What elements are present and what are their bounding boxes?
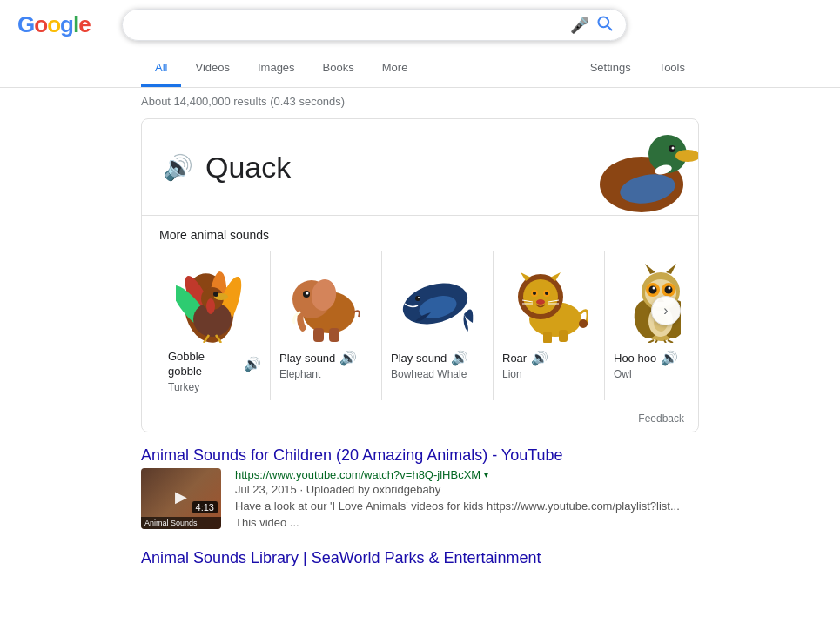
thumb-duration: 4:13 (192, 501, 218, 513)
knowledge-card: 🔊 Quack More animal sounds (141, 118, 699, 432)
svg-point-30 (415, 296, 420, 301)
owl-sound-btn[interactable]: 🔊 (661, 350, 678, 366)
search-bar: animal sounds 🎤 (122, 9, 627, 41)
owl-sound-label: Hoo hoo 🔊 (614, 350, 681, 366)
svg-rect-26 (313, 328, 324, 342)
whale-image (391, 258, 484, 345)
google-logo[interactable]: Google (17, 11, 104, 38)
svg-point-25 (306, 292, 308, 294)
turkey-sound-label: Gobble gobble 🔊 (168, 350, 261, 379)
lion-name: Lion (502, 368, 595, 380)
chevron-right-icon: › (663, 303, 668, 318)
mic-icon[interactable]: 🎤 (570, 16, 589, 35)
owl-sound-text: Hoo hoo (614, 352, 656, 365)
svg-point-60 (649, 285, 657, 293)
svg-line-66 (655, 340, 657, 343)
result-item-2: Animal Sounds Library | SeaWorld Parks &… (141, 549, 699, 567)
elephant-sound-btn[interactable]: 🔊 (339, 350, 357, 366)
thumb-play-icon: ▶ (175, 487, 187, 506)
sound-icon[interactable]: 🔊 (163, 153, 193, 182)
turkey-name: Turkey (168, 381, 261, 393)
animal-card-lion[interactable]: Roar 🔊 Lion (494, 251, 605, 400)
svg-point-40 (545, 292, 548, 295)
whale-sound-text: Play sound (391, 352, 447, 365)
result-thumb-1[interactable]: Animal Sounds ▶ 4:13 (141, 468, 221, 529)
result-meta-1: Jul 23, 2015 · Uploaded by oxbridgebaby (235, 483, 699, 496)
whale-sound-label: Play sound 🔊 (391, 350, 484, 366)
result-title-1[interactable]: Animal Sounds for Children (20 Amazing A… (141, 446, 699, 465)
animal-card-elephant[interactable]: Play sound 🔊 Elephant (271, 251, 382, 400)
lion-sound-btn[interactable]: 🔊 (531, 350, 548, 366)
thumb-label: Animal Sounds (141, 517, 221, 529)
tab-more[interactable]: More (368, 50, 422, 87)
search-input[interactable]: animal sounds (135, 17, 570, 33)
turkey-sound-text: Gobble gobble (168, 350, 239, 379)
svg-point-41 (536, 299, 545, 305)
elephant-sound-text: Play sound (279, 352, 335, 365)
turkey-image (168, 258, 261, 345)
search-results: Animal Sounds for Children (20 Amazing A… (0, 432, 840, 599)
svg-line-67 (664, 340, 666, 343)
turkey-sound-btn[interactable]: 🔊 (244, 356, 261, 372)
animal-card-whale[interactable]: Play sound 🔊 Bowhead Whale (382, 251, 494, 400)
result-title-2[interactable]: Animal Sounds Library | SeaWorld Parks &… (141, 549, 699, 567)
tab-all[interactable]: All (141, 50, 181, 87)
search-icon[interactable] (596, 15, 614, 35)
owl-name: Owl (614, 368, 681, 380)
elephant-image (279, 258, 373, 345)
svg-point-39 (533, 292, 536, 295)
tab-videos[interactable]: Videos (181, 50, 244, 87)
result-snippet-1: Have a look at our 'I Love Animals' vide… (235, 498, 699, 532)
whale-sound-btn[interactable]: 🔊 (451, 350, 468, 366)
result-url-row-1: https://www.youtube.com/watch?v=h8Q-jlHB… (235, 468, 699, 481)
svg-rect-27 (329, 328, 339, 342)
svg-point-61 (665, 285, 673, 293)
lion-sound-text: Roar (502, 352, 527, 365)
svg-point-7 (672, 147, 675, 150)
tab-settings[interactable]: Settings (576, 50, 645, 87)
svg-line-68 (668, 340, 673, 343)
tab-images[interactable]: Images (244, 50, 309, 87)
svg-line-1 (608, 26, 612, 30)
svg-point-31 (418, 297, 420, 298)
elephant-sound-label: Play sound 🔊 (279, 350, 373, 366)
animal-card-turkey[interactable]: Gobble gobble 🔊 Turkey (159, 251, 271, 400)
elephant-name: Elephant (279, 368, 373, 380)
svg-point-34 (523, 279, 558, 314)
result-with-thumb-1: Animal Sounds ▶ 4:13 https://www.youtube… (141, 468, 699, 532)
scroll-right-arrow[interactable]: › (651, 296, 681, 325)
svg-rect-47 (559, 330, 568, 342)
svg-line-65 (648, 340, 654, 343)
results-count: About 14,400,000 results (0.43 seconds) (0, 88, 840, 115)
svg-point-63 (669, 286, 671, 289)
svg-point-62 (653, 286, 655, 289)
whale-name: Bowhead Whale (391, 368, 484, 380)
animal-card-owl[interactable]: Hoo hoo 🔊 Owl (605, 251, 681, 400)
feedback-link[interactable]: Feedback (142, 409, 698, 432)
animals-row: Gobble gobble 🔊 Turkey (159, 251, 681, 400)
card-main: 🔊 Quack (142, 119, 698, 215)
tab-books[interactable]: Books (309, 50, 368, 87)
svg-marker-56 (666, 264, 676, 274)
svg-marker-55 (645, 264, 655, 274)
lion-sound-label: Roar 🔊 (502, 350, 595, 366)
svg-point-48 (579, 319, 588, 328)
result-dropdown-icon-1[interactable]: ▾ (484, 470, 488, 479)
tab-tools[interactable]: Tools (645, 50, 699, 87)
svg-point-16 (206, 298, 215, 314)
lion-image (502, 258, 595, 345)
more-sounds-title: More animal sounds (159, 228, 681, 242)
result-item-1: Animal Sounds for Children (20 Amazing A… (141, 446, 699, 532)
svg-rect-46 (543, 332, 552, 343)
quack-word: Quack (205, 151, 291, 184)
result-content-1: https://www.youtube.com/watch?v=h8Q-jlHB… (235, 468, 699, 532)
duck-illustration (585, 119, 698, 215)
more-sounds-section: More animal sounds (142, 216, 698, 409)
result-url-1: https://www.youtube.com/watch?v=h8Q-jlHB… (235, 468, 480, 481)
svg-point-18 (213, 292, 218, 297)
